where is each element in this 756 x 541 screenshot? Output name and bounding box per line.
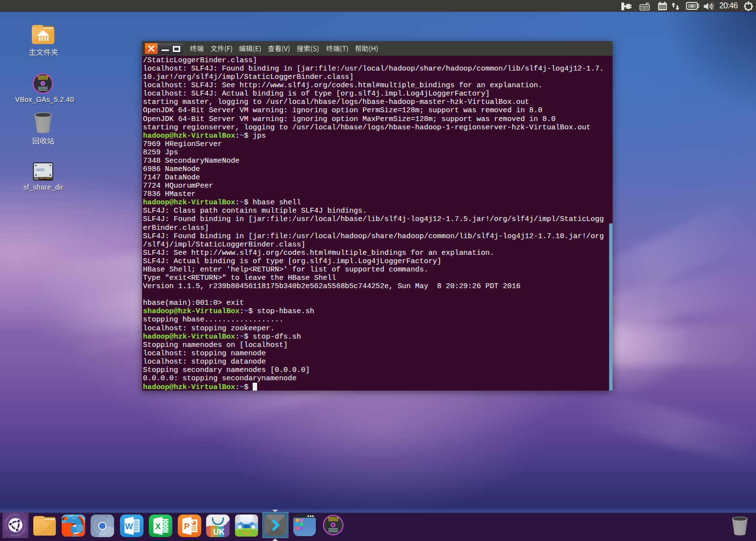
svg-text:X: X: [155, 522, 161, 531]
svg-text:W: W: [125, 522, 133, 531]
svg-text:HDD: HDD: [36, 168, 45, 172]
svg-text:P: P: [184, 522, 189, 531]
svg-text:UK: UK: [213, 528, 225, 536]
